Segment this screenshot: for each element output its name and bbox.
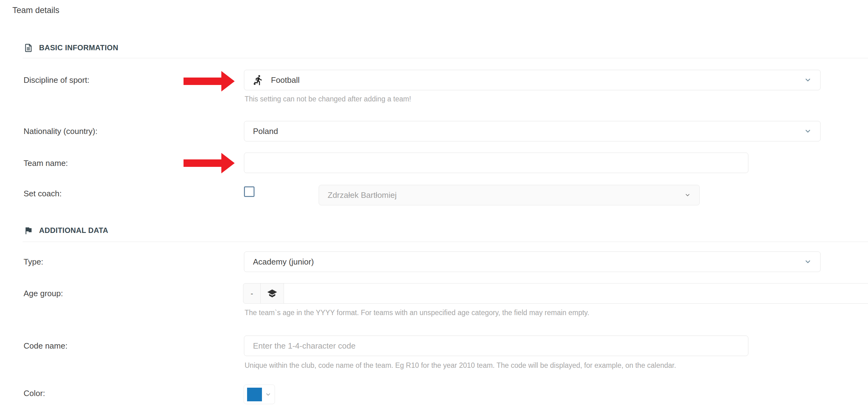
color-swatch <box>247 388 262 401</box>
chevron-down-icon <box>804 76 812 84</box>
chevron-down-icon <box>265 391 271 398</box>
discipline-label: Discipline of sport: <box>24 76 89 85</box>
age-group-prefix-value: - <box>251 289 253 298</box>
age-group-helper: The team`s age in the YYYY format. For t… <box>245 308 589 317</box>
section-header-basic-information: BASIC INFORMATION <box>24 42 118 53</box>
age-group-school-button[interactable] <box>260 283 284 304</box>
chevron-down-icon <box>804 258 812 265</box>
discipline-helper: This setting can not be changed after ad… <box>245 95 411 103</box>
team-name-label: Team name: <box>24 158 68 168</box>
age-group-field: - <box>243 283 868 304</box>
age-group-input[interactable] <box>284 283 868 304</box>
set-coach-label: Set coach: <box>24 189 62 198</box>
color-picker-button[interactable] <box>244 385 275 404</box>
nationality-select[interactable]: Poland <box>244 121 820 141</box>
type-select[interactable]: Academy (junior) <box>244 252 820 272</box>
chevron-down-icon <box>804 127 812 135</box>
section-title: ADDITIONAL DATA <box>39 226 108 235</box>
type-label: Type: <box>24 257 43 266</box>
coach-value: Zdrzałek Bartłomiej <box>328 191 684 200</box>
section-header-additional-data: ADDITIONAL DATA <box>24 225 108 236</box>
code-name-input[interactable] <box>244 335 748 356</box>
code-name-label: Code name: <box>24 341 68 350</box>
color-label: Color: <box>24 389 45 398</box>
team-details-page: Team details BASIC INFORMATION Disciplin… <box>0 0 868 410</box>
section-divider <box>23 58 868 58</box>
graduation-cap-icon <box>267 288 277 299</box>
discipline-select[interactable]: Football <box>244 70 820 90</box>
flag-icon <box>24 226 33 235</box>
football-player-icon <box>253 75 264 86</box>
document-icon <box>24 43 33 53</box>
nationality-label: Nationality (country): <box>24 126 97 136</box>
chevron-down-icon <box>684 192 691 198</box>
coach-select[interactable]: Zdrzałek Bartłomiej <box>319 185 700 205</box>
discipline-value: Football <box>271 76 804 85</box>
section-title: BASIC INFORMATION <box>39 43 118 52</box>
annotation-arrow-discipline <box>184 71 235 91</box>
annotation-arrow-team-name <box>184 153 235 173</box>
code-name-helper: Unique within the club, code name of the… <box>245 361 676 370</box>
nationality-value: Poland <box>253 126 804 136</box>
page-title: Team details <box>12 6 60 15</box>
age-group-prefix-select[interactable]: - <box>243 283 261 304</box>
set-coach-checkbox[interactable] <box>244 186 254 197</box>
type-value: Academy (junior) <box>253 257 804 267</box>
team-name-input[interactable] <box>244 153 748 173</box>
age-group-label: Age group: <box>24 289 63 298</box>
